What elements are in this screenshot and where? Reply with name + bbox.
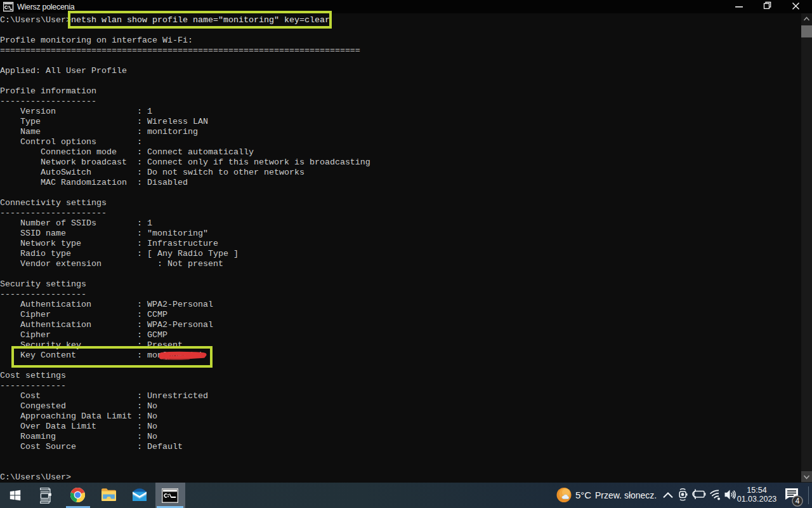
svg-text:4: 4: [796, 497, 800, 505]
